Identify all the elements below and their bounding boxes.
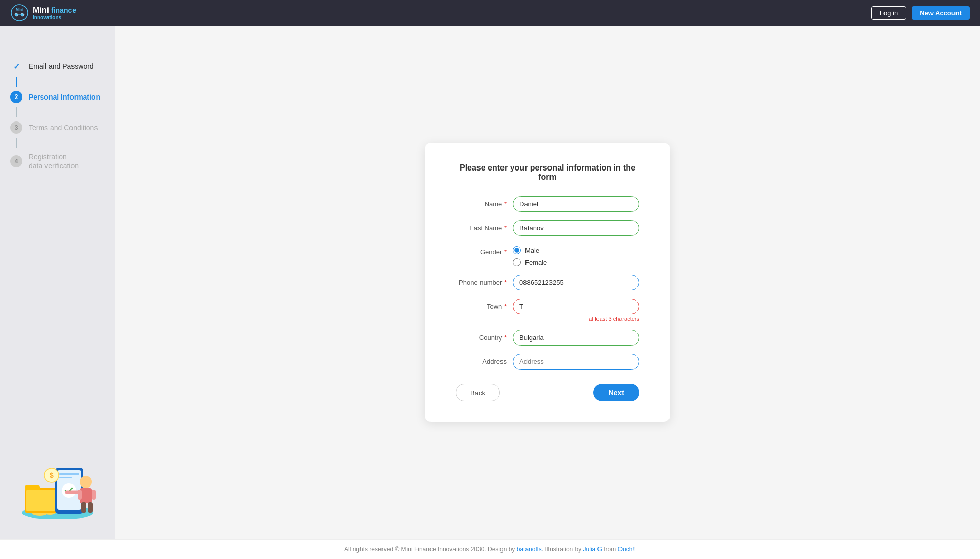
- name-label: Name *: [456, 196, 507, 208]
- step-list: ✓ Email and Password 2 Personal Informat…: [0, 56, 115, 175]
- form-title: Please enter your personal information i…: [456, 163, 639, 182]
- step-label-1: Email and Password: [29, 62, 94, 71]
- main-layout: ✓ Email and Password 2 Personal Informat…: [0, 26, 980, 539]
- step-item-1[interactable]: ✓ Email and Password: [10, 56, 115, 77]
- address-label: Address: [456, 354, 507, 366]
- phone-label: Phone number *: [456, 275, 507, 286]
- gender-female-radio[interactable]: [513, 258, 521, 266]
- new-account-button[interactable]: New Account: [912, 6, 970, 20]
- logo: Mini Mini finance Innovations: [10, 4, 76, 22]
- town-label: Town *: [456, 299, 507, 310]
- lastname-input[interactable]: [513, 220, 639, 236]
- form-group-phone: Phone number *: [456, 275, 639, 290]
- form-group-country: Country *: [456, 330, 639, 346]
- header: Mini Mini finance Innovations Log in New…: [0, 0, 980, 26]
- name-input[interactable]: [513, 196, 639, 212]
- login-button[interactable]: Log in: [871, 6, 906, 20]
- gender-options: Male Female: [513, 244, 547, 266]
- footer-source-link[interactable]: Ouch!: [618, 546, 634, 553]
- svg-text:$: $: [50, 471, 54, 479]
- town-wrapper: at least 3 characters: [513, 299, 639, 322]
- form-group-gender: Gender * Male Female: [456, 244, 639, 266]
- step-item-4[interactable]: 4 Registrationdata verification: [10, 148, 115, 175]
- gender-label: Gender *: [456, 244, 507, 256]
- step-circle-1: ✓: [10, 60, 22, 72]
- footer: All rights reserved © Mini Finance Innov…: [0, 539, 980, 559]
- step-item-2[interactable]: 2 Personal Information: [10, 87, 115, 107]
- svg-point-0: [11, 5, 28, 21]
- svg-rect-28: [88, 502, 93, 513]
- phone-input[interactable]: [513, 275, 639, 290]
- address-input[interactable]: [513, 354, 639, 370]
- gender-male-radio[interactable]: [513, 246, 521, 254]
- main-content: Please enter your personal information i…: [115, 26, 980, 539]
- illustration-svg: $: [12, 437, 104, 519]
- form-group-name: Name *: [456, 196, 639, 212]
- step-connector-3: [16, 138, 17, 148]
- form-group-address: Address: [456, 354, 639, 370]
- step-label-4: Registrationdata verification: [29, 152, 79, 171]
- gender-male-label: Male: [525, 247, 539, 254]
- step-circle-2: 2: [10, 91, 22, 103]
- sidebar-divider: [0, 185, 115, 185]
- footer-designer-link[interactable]: batanoffs: [517, 546, 542, 553]
- form-group-town: Town * at least 3 characters: [456, 299, 639, 322]
- logo-icon: Mini: [10, 4, 29, 22]
- logo-finance: finance: [51, 6, 76, 14]
- lastname-label: Last Name *: [456, 220, 507, 232]
- form-group-lastname: Last Name *: [456, 220, 639, 236]
- step-item-3[interactable]: 3 Terms and Conditions: [10, 117, 115, 138]
- step-circle-4: 4: [10, 155, 22, 167]
- svg-rect-26: [92, 490, 96, 500]
- back-button[interactable]: Back: [456, 384, 500, 401]
- step-circle-3: 3: [10, 121, 22, 134]
- footer-illustrator-link[interactable]: Julia G: [583, 546, 602, 553]
- step-connector-1: [16, 77, 17, 87]
- step-connector-2: [16, 107, 17, 117]
- svg-text:Mini: Mini: [16, 8, 23, 11]
- form-actions: Back Next: [456, 384, 639, 401]
- svg-rect-19: [59, 477, 72, 478]
- sidebar: ✓ Email and Password 2 Personal Informat…: [0, 26, 115, 539]
- gender-male-option[interactable]: Male: [513, 246, 547, 254]
- country-label: Country *: [456, 330, 507, 342]
- sidebar-illustration: $: [0, 437, 115, 519]
- town-error-hint: at least 3 characters: [513, 315, 639, 322]
- step-label-2: Personal Information: [29, 92, 100, 102]
- step-label-3: Terms and Conditions: [29, 123, 98, 132]
- town-input[interactable]: [513, 299, 639, 314]
- footer-text: All rights reserved © Mini Finance Innov…: [344, 546, 636, 553]
- header-buttons: Log in New Account: [871, 6, 970, 20]
- gender-female-option[interactable]: Female: [513, 258, 547, 266]
- country-input[interactable]: [513, 330, 639, 346]
- svg-rect-27: [81, 502, 86, 513]
- next-button[interactable]: Next: [593, 384, 639, 401]
- logo-innovations: Innovations: [33, 15, 76, 20]
- logo-mini: Mini: [33, 6, 49, 15]
- svg-rect-15: [26, 490, 56, 511]
- svg-point-23: [80, 476, 92, 488]
- gender-female-label: Female: [525, 259, 547, 266]
- logo-text: Mini finance Innovations: [33, 6, 76, 20]
- form-card: Please enter your personal information i…: [425, 143, 670, 422]
- svg-rect-18: [59, 473, 79, 475]
